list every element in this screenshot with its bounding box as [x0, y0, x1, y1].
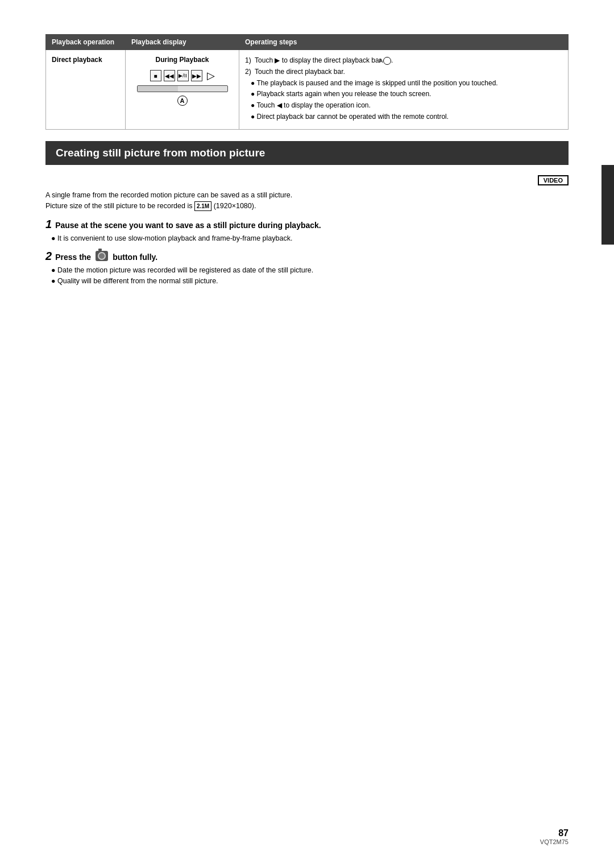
resolution-text: (1920×1080). — [214, 202, 256, 210]
during-playback-label: During Playback — [155, 56, 209, 64]
step2-title-prefix: Press the — [55, 253, 91, 262]
step-2: 2) Touch the direct playback bar. — [245, 67, 562, 77]
camera-icon — [96, 251, 108, 261]
step-1: 1) Touch ▶ to display the direct playbac… — [245, 56, 562, 65]
step1-bullet-1: It is convenient to use slow-motion play… — [51, 233, 569, 244]
step1-title: 1 Pause at the scene you want to save as… — [45, 218, 569, 231]
step-item-2: 2 Press the button fully. Date the motio… — [45, 250, 569, 287]
col-header-display: Playback display — [126, 35, 239, 50]
resolution-badge: 2.1M — [194, 201, 211, 211]
label-a-circle: A — [177, 96, 188, 106]
page-number: 87 — [540, 828, 569, 838]
step-bullet-2: Playback starts again when you release t… — [245, 89, 562, 99]
operation-label: Direct playback — [52, 56, 102, 64]
intro-paragraph: A single frame from the recorded motion … — [45, 190, 569, 212]
label-a: A — [177, 96, 188, 106]
display-cell: During Playback ■ ◀◀ ▶/II ▶▶ ▷ A — [126, 50, 239, 130]
step2-bullet-1: Date the motion picture was recorded wil… — [51, 265, 569, 276]
video-badge-row: VIDEO — [45, 173, 569, 185]
step1-bullets: It is convenient to use slow-motion play… — [51, 233, 569, 244]
operation-cell: Direct playback — [46, 50, 126, 130]
section-header: Creating still picture from motion pictu… — [45, 141, 569, 165]
step2-title: 2 Press the button fully. — [45, 250, 569, 263]
page-footer: 87 VQT2M75 — [540, 828, 569, 845]
section-title: Creating still picture from motion pictu… — [56, 147, 265, 159]
intro-text-2: Picture size of the still picture to be … — [45, 202, 192, 210]
page-code: VQT2M75 — [540, 838, 569, 845]
step2-number: 2 — [45, 250, 52, 263]
fast-forward-button-icon: ▶▶ — [191, 70, 202, 81]
step2-bullet-2: Quality will be different from the norma… — [51, 276, 569, 287]
rewind-button-icon: ◀◀ — [164, 70, 175, 81]
play-pause-button-icon: ▶/II — [177, 70, 189, 81]
step1-number: 1 — [45, 218, 52, 231]
step-bullet-1: The playback is paused and the image is … — [245, 78, 562, 88]
inline-label-a: A — [383, 57, 391, 65]
step-item-1: 1 Pause at the scene you want to save as… — [45, 218, 569, 244]
progress-bar — [137, 85, 228, 92]
side-tab — [601, 165, 614, 245]
step-bullet-4: Direct playback bar cannot be operated w… — [245, 112, 562, 122]
control-buttons-row: ■ ◀◀ ▶/II ▶▶ ▷ — [150, 69, 215, 82]
steps-list: 1) Touch ▶ to display the direct playbac… — [245, 56, 562, 122]
intro-text-1: A single frame from the recorded motion … — [45, 191, 292, 199]
display-area: During Playback ■ ◀◀ ▶/II ▶▶ ▷ A — [131, 56, 233, 106]
step2-bullets: Date the motion picture was recorded wil… — [51, 265, 569, 287]
video-badge: VIDEO — [538, 175, 569, 185]
step-bullet-3: Touch ◀ to display the operation icon. — [245, 101, 562, 110]
steps-cell: 1) Touch ▶ to display the direct playbac… — [239, 50, 569, 130]
col-header-steps: Operating steps — [239, 35, 569, 50]
step2-title-suffix: button fully. — [113, 253, 157, 262]
expand-icon: ▷ — [207, 69, 215, 82]
col-header-operation: Playback operation — [46, 35, 126, 50]
stop-button-icon: ■ — [150, 70, 161, 81]
playback-table: Playback operation Playback display Oper… — [45, 34, 569, 130]
progress-bar-fill — [138, 86, 178, 92]
step1-title-text: Pause at the scene you want to save as a… — [55, 221, 321, 230]
